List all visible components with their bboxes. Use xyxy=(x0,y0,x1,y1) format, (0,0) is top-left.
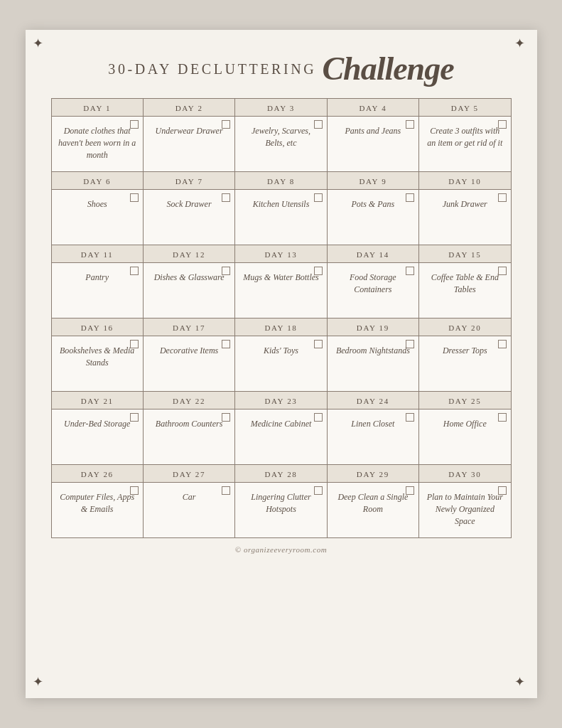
day-label-21: DAY 21 xyxy=(51,392,143,410)
day-task-7: Sock Drawer xyxy=(149,196,229,210)
day-task-24: Linen Closet xyxy=(333,415,413,430)
day-label-15: DAY 15 xyxy=(419,245,511,263)
day-checkbox-14[interactable] xyxy=(406,267,414,275)
corner-decoration-br: ✦ xyxy=(514,675,530,691)
day-checkbox-24[interactable] xyxy=(406,413,414,422)
day-task-9: Pots & Pans xyxy=(333,196,413,210)
day-label-14: DAY 14 xyxy=(327,245,418,263)
day-task-16: Bookshelves & Media Stands xyxy=(58,342,137,369)
day-checkbox-23[interactable] xyxy=(314,413,323,422)
day-checkbox-12[interactable] xyxy=(222,267,230,275)
day-cell-29: Deep Clean a Single Room xyxy=(327,483,418,538)
day-label-4: DAY 4 xyxy=(327,99,418,117)
day-checkbox-26[interactable] xyxy=(130,486,139,495)
footer-text: © organizeeveryroom.com xyxy=(51,545,512,554)
day-checkbox-30[interactable] xyxy=(498,486,507,495)
day-checkbox-17[interactable] xyxy=(222,340,230,348)
day-cell-7: Sock Drawer xyxy=(143,190,234,245)
day-cell-19: Bedroom Nightstands xyxy=(327,336,418,392)
day-checkbox-10[interactable] xyxy=(498,193,507,202)
day-label-20: DAY 20 xyxy=(419,318,511,336)
day-cell-8: Kitchen Utensils xyxy=(235,190,327,245)
day-cell-21: Under-Bed Storage xyxy=(51,410,143,465)
day-checkbox-16[interactable] xyxy=(130,340,139,348)
day-task-12: Dishes & Glassware xyxy=(149,269,229,284)
day-checkbox-3[interactable] xyxy=(314,120,323,129)
day-label-30: DAY 30 xyxy=(419,465,511,483)
day-task-17: Decorative Items xyxy=(149,342,229,357)
day-label-2: DAY 2 xyxy=(143,99,234,117)
day-cell-27: Car xyxy=(143,483,234,538)
day-label-9: DAY 9 xyxy=(327,172,418,190)
day-checkbox-29[interactable] xyxy=(406,486,414,495)
day-checkbox-6[interactable] xyxy=(130,193,139,202)
day-task-29: Deep Clean a Single Room xyxy=(333,488,413,515)
day-task-4: Pants and Jeans xyxy=(333,122,413,137)
day-task-27: Car xyxy=(149,488,229,503)
day-checkbox-25[interactable] xyxy=(498,413,507,422)
day-checkbox-27[interactable] xyxy=(222,486,230,495)
day-checkbox-7[interactable] xyxy=(222,193,230,202)
day-label-1: DAY 1 xyxy=(51,99,143,117)
day-label-18: DAY 18 xyxy=(235,318,327,336)
day-checkbox-15[interactable] xyxy=(498,267,507,275)
day-checkbox-9[interactable] xyxy=(406,193,414,202)
day-checkbox-28[interactable] xyxy=(314,486,323,495)
day-cell-28: Lingering Clutter Hotspots xyxy=(235,483,327,538)
day-checkbox-19[interactable] xyxy=(406,340,414,348)
day-cell-18: Kids' Toys xyxy=(235,336,327,392)
day-label-16: DAY 16 xyxy=(51,318,143,336)
day-cell-2: Underwear Drawer xyxy=(143,117,234,172)
day-task-1: Donate clothes that haven't been worn in… xyxy=(58,122,137,161)
day-label-29: DAY 29 xyxy=(327,465,418,483)
day-task-5: Create 3 outfits with an item or get rid… xyxy=(425,122,504,149)
day-label-12: DAY 12 xyxy=(143,245,234,263)
day-label-6: DAY 6 xyxy=(51,172,143,190)
corner-decoration-tl: ✦ xyxy=(33,37,48,53)
challenge-grid: DAY 1DAY 2DAY 3DAY 4DAY 5Donate clothes … xyxy=(51,98,512,538)
day-task-14: Food Storage Containers xyxy=(333,269,413,296)
day-cell-10: Junk Drawer xyxy=(419,190,511,245)
day-label-5: DAY 5 xyxy=(419,99,511,117)
day-checkbox-1[interactable] xyxy=(130,120,139,129)
day-label-10: DAY 10 xyxy=(419,172,511,190)
day-task-23: Medicine Cabinet xyxy=(241,415,320,430)
day-checkbox-11[interactable] xyxy=(130,267,139,275)
page-header: 30-DAY DECLUTTERING Challenge xyxy=(51,53,512,85)
day-cell-12: Dishes & Glassware xyxy=(143,263,234,318)
day-task-2: Underwear Drawer xyxy=(149,122,229,137)
day-task-18: Kids' Toys xyxy=(241,342,320,357)
corner-decoration-bl: ✦ xyxy=(33,675,48,691)
day-task-8: Kitchen Utensils xyxy=(241,196,320,210)
day-label-28: DAY 28 xyxy=(235,465,327,483)
day-task-3: Jewelry, Scarves, Belts, etc xyxy=(241,122,320,149)
day-task-11: Pantry xyxy=(58,269,137,284)
day-checkbox-21[interactable] xyxy=(130,413,139,422)
day-cell-30: Plan to Maintain Your Newly Organized Sp… xyxy=(419,483,511,538)
page: ✦ ✦ ✦ ✦ 30-DAY DECLUTTERING Challenge DA… xyxy=(26,30,537,698)
day-checkbox-4[interactable] xyxy=(406,120,414,129)
day-task-15: Coffee Table & End Tables xyxy=(425,269,504,296)
day-checkbox-18[interactable] xyxy=(314,340,323,348)
day-label-23: DAY 23 xyxy=(235,392,327,410)
day-cell-20: Dresser Tops xyxy=(419,336,511,392)
day-task-6: Shoes xyxy=(58,196,137,210)
day-checkbox-8[interactable] xyxy=(314,193,323,202)
day-cell-15: Coffee Table & End Tables xyxy=(419,263,511,318)
day-checkbox-20[interactable] xyxy=(498,340,507,348)
day-checkbox-13[interactable] xyxy=(314,267,323,275)
day-task-22: Bathroom Counters xyxy=(149,415,229,430)
day-cell-1: Donate clothes that haven't been worn in… xyxy=(51,117,143,172)
day-checkbox-22[interactable] xyxy=(222,413,230,422)
day-label-26: DAY 26 xyxy=(51,465,143,483)
day-checkbox-5[interactable] xyxy=(498,120,507,129)
day-label-17: DAY 17 xyxy=(143,318,234,336)
day-cell-26: Computer Files, Apps & Emails xyxy=(51,483,143,538)
day-cell-9: Pots & Pans xyxy=(327,190,418,245)
day-cell-23: Medicine Cabinet xyxy=(235,410,327,465)
day-label-19: DAY 19 xyxy=(327,318,418,336)
day-label-3: DAY 3 xyxy=(235,99,327,117)
day-label-11: DAY 11 xyxy=(51,245,143,263)
day-task-13: Mugs & Water Bottles xyxy=(241,269,320,284)
day-checkbox-2[interactable] xyxy=(222,120,230,129)
